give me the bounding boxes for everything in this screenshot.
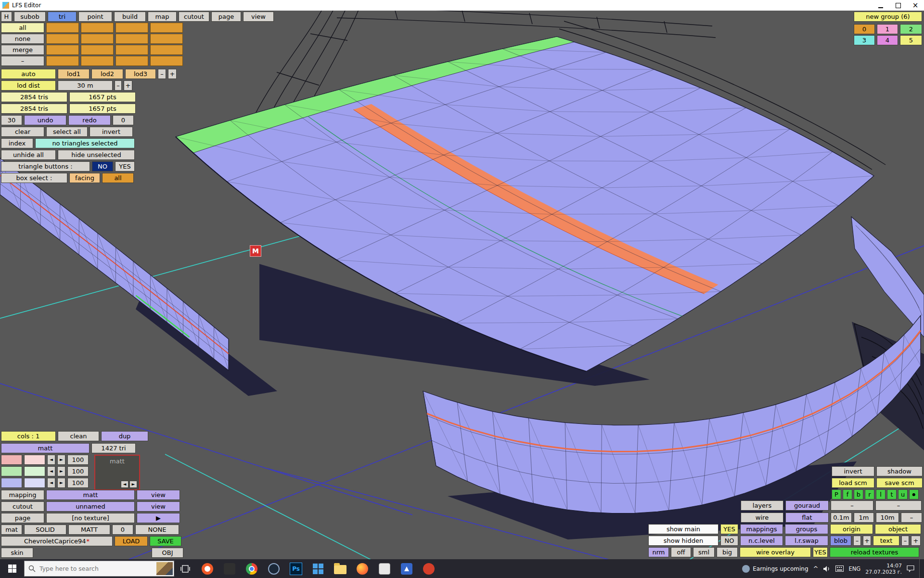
lod-dist-value[interactable]: 30 m <box>58 80 113 91</box>
mat-solid-button[interactable]: SOLID <box>24 525 66 535</box>
groups-button[interactable]: groups <box>785 524 828 534</box>
subob-grid-cell[interactable] <box>150 23 183 33</box>
subob-dash[interactable]: – <box>1 56 44 66</box>
channel-f-button[interactable]: f <box>843 489 852 499</box>
dist-10m-button[interactable]: 10m <box>876 512 899 523</box>
wire-overlay-yes[interactable]: YES <box>813 547 828 557</box>
subob-all[interactable]: all <box>1 23 44 33</box>
mat-matt-button[interactable]: MATT <box>68 525 110 535</box>
channel-u-button[interactable]: u <box>898 489 908 499</box>
wire-overlay-button[interactable]: wire overlay <box>740 547 811 557</box>
dup-button[interactable]: dup <box>101 431 148 441</box>
nrm-sml-button[interactable]: sml <box>693 547 715 557</box>
unhide-all-button[interactable]: unhide all <box>1 150 56 160</box>
taskbar-app-tiles[interactable] <box>307 559 329 578</box>
subob-grid-cell[interactable] <box>116 34 148 44</box>
subob-grid-cell[interactable] <box>150 45 183 55</box>
subob-grid-cell[interactable] <box>81 23 114 33</box>
nrm-off-button[interactable]: off <box>671 547 691 557</box>
clean-button[interactable]: clean <box>58 431 99 441</box>
invert-button[interactable]: invert <box>832 466 874 476</box>
channel-right-arrow[interactable]: ► <box>57 478 65 488</box>
group-3[interactable]: 3 <box>854 35 875 45</box>
vehicle-name[interactable]: ChevroletCaprice94 * <box>1 536 113 546</box>
taskbar-app-red[interactable] <box>418 559 440 578</box>
subob-grid-cell[interactable] <box>150 34 183 44</box>
clock[interactable]: 14:07 27.07.2023 г. <box>865 563 902 575</box>
color-swatch-green-light[interactable] <box>24 466 45 476</box>
group-1[interactable]: 1 <box>877 24 898 34</box>
channel-t-button[interactable]: t <box>887 489 897 499</box>
subob-grid-cell[interactable] <box>150 56 183 66</box>
wire-button[interactable]: wire <box>741 512 783 523</box>
cutout-view-button[interactable]: view <box>137 501 180 512</box>
lod-auto[interactable]: auto <box>1 69 56 79</box>
save-button[interactable]: SAVE <box>150 536 181 546</box>
lod-plus[interactable]: + <box>168 69 177 79</box>
search-input[interactable] <box>38 565 137 573</box>
tray-expand-icon[interactable]: ^ <box>813 565 819 572</box>
maximize-button[interactable] <box>889 0 907 11</box>
lod-2[interactable]: lod2 <box>91 69 123 79</box>
shadow-button[interactable]: shadow <box>876 466 923 476</box>
text-minus[interactable]: – <box>901 536 909 546</box>
obj-button[interactable]: OBJ <box>152 548 183 558</box>
search-daily-image[interactable] <box>156 562 173 575</box>
taskbar-app-dark[interactable] <box>218 559 241 578</box>
close-button[interactable]: × <box>907 0 924 11</box>
clear-button[interactable]: clear <box>1 127 44 137</box>
menu-cutout[interactable]: cutout <box>179 12 209 22</box>
channel-dot-button[interactable]: ● <box>909 489 919 499</box>
taskbar-app-file-explorer[interactable] <box>329 559 351 578</box>
blob-minus[interactable]: – <box>853 536 861 546</box>
select-all-button[interactable]: select all <box>46 127 88 137</box>
taskbar-app-browser-multicolor[interactable] <box>241 559 263 578</box>
taskbar-app-browser-orange[interactable] <box>351 559 373 578</box>
dist-01m-button[interactable]: 0.1m <box>831 512 852 523</box>
box-select-all[interactable]: all <box>102 173 134 183</box>
channel-left-arrow[interactable]: ◄ <box>47 478 55 488</box>
show-main-yes[interactable]: YES <box>720 524 738 534</box>
flat-button[interactable]: flat <box>785 512 829 523</box>
taskbar-app-lfs-editor[interactable] <box>396 559 418 578</box>
text-plus[interactable]: + <box>911 536 921 546</box>
cols-button[interactable]: cols : 1 <box>1 431 56 441</box>
subob-grid-cell[interactable] <box>81 56 114 66</box>
task-view-button[interactable] <box>174 559 196 578</box>
menu-h[interactable]: H <box>1 12 12 22</box>
mat-zero[interactable]: 0 <box>112 525 133 535</box>
lr-swap-button[interactable]: l.r.swap <box>785 536 828 546</box>
color-swatch-red[interactable] <box>1 455 22 465</box>
channel-right-arrow[interactable]: ► <box>57 466 65 476</box>
color-swatch-red-light[interactable] <box>24 455 45 465</box>
menu-tri-active[interactable]: tri <box>48 12 77 22</box>
layers-dash-1[interactable]: – <box>831 500 873 511</box>
skin-button[interactable]: skin <box>1 548 33 558</box>
lod-minus[interactable]: – <box>158 69 166 79</box>
channel-value[interactable]: 100 <box>67 466 89 476</box>
lod-dist-plus[interactable]: + <box>124 80 132 91</box>
menu-view[interactable]: view <box>243 12 274 22</box>
box-select-facing[interactable]: facing <box>69 173 100 183</box>
channel-left-arrow[interactable]: ◄ <box>47 466 55 476</box>
taskbar-app-browser-ring[interactable] <box>196 559 218 578</box>
hide-unselected-button[interactable]: hide unselected <box>58 150 135 160</box>
mapping-value[interactable]: matt <box>46 490 135 500</box>
start-button[interactable] <box>0 559 24 578</box>
page-value[interactable]: [no texture] <box>46 513 135 523</box>
subob-grid-cell[interactable] <box>116 45 148 55</box>
invert-selection-button[interactable]: invert <box>90 127 133 137</box>
triangle-buttons-no[interactable]: NO <box>92 161 113 171</box>
subob-grid-cell[interactable] <box>116 56 148 66</box>
subob-merge[interactable]: merge <box>1 45 44 55</box>
channel-b-button[interactable]: b <box>854 489 863 499</box>
mat-none-button[interactable]: NONE <box>135 525 179 535</box>
subob-grid-cell[interactable] <box>46 34 79 44</box>
channel-l-button[interactable]: l <box>876 489 886 499</box>
load-button[interactable]: LOAD <box>115 536 148 546</box>
triangle-buttons-yes[interactable]: YES <box>115 161 135 171</box>
menu-subob[interactable]: subob <box>14 12 46 22</box>
taskbar-app-photoshop[interactable]: Ps <box>285 559 307 578</box>
channel-value[interactable]: 100 <box>67 478 89 488</box>
preview-left-arrow[interactable]: ◄ <box>121 481 128 488</box>
